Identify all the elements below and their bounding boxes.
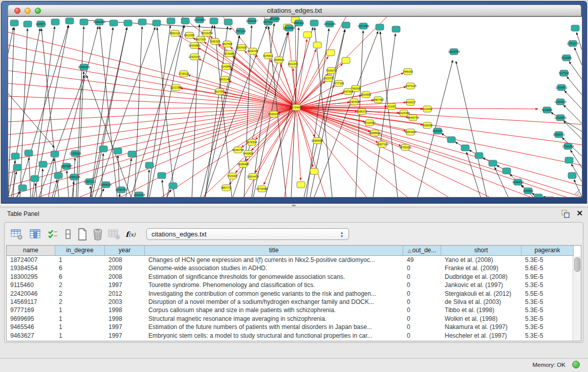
graph-node[interactable]: 17957223 <box>83 179 95 185</box>
vertical-scrollbar[interactable] <box>573 256 581 341</box>
table-cell[interactable]: 5.3E-5 <box>521 281 574 289</box>
zoom-button[interactable] <box>35 8 41 14</box>
table-cell[interactable]: Hescheler et al. (1997) <box>441 332 521 340</box>
graph-node[interactable] <box>392 26 400 32</box>
graph-node[interactable]: 10807487 <box>372 97 384 103</box>
graph-node[interactable]: 19654923 <box>404 129 416 135</box>
graph-node[interactable]: 19756928 <box>399 144 411 150</box>
table-row[interactable]: 1938455462009Genome-wide association stu… <box>7 264 581 272</box>
graph-node[interactable]: 62160 <box>387 103 396 110</box>
table-cell[interactable]: 0 <box>403 315 441 323</box>
graph-node[interactable]: 19384554 <box>311 138 323 144</box>
table-cell[interactable]: 5.3E-5 <box>521 298 574 306</box>
table-cell[interactable]: 1 <box>55 256 105 264</box>
table-cell[interactable]: Tourette syndrome. Phenomenology and cla… <box>145 281 403 289</box>
table-cell[interactable]: 1997 <box>105 323 145 331</box>
table-row[interactable]: 977716911998Corpus callosum shape and si… <box>7 306 581 314</box>
table-cell[interactable]: 0 <box>403 323 441 331</box>
table-cell[interactable]: Tibbo et al. (1998) <box>441 306 521 314</box>
table-cell[interactable]: Dudbridge et al. (2008) <box>441 273 521 281</box>
cell-outline-icon[interactable] <box>61 227 75 242</box>
graph-node[interactable]: 7485063 <box>403 69 413 75</box>
graph-node[interactable]: 16782759 <box>115 187 127 193</box>
graph-node[interactable]: 23364436 <box>348 99 360 105</box>
graph-node[interactable] <box>210 18 218 24</box>
graph-node[interactable]: 9493822 <box>243 150 253 157</box>
graph-node[interactable]: 2367608 <box>236 45 247 51</box>
graph-node[interactable]: 2405571 <box>36 21 46 27</box>
graph-node[interactable]: 10958107 <box>100 182 112 188</box>
graph-node[interactable] <box>503 168 511 174</box>
graph-node[interactable]: 12505135 <box>68 174 80 180</box>
table-cell[interactable]: 5.3E-5 <box>521 256 574 264</box>
table-cell[interactable]: 2003 <box>105 298 145 306</box>
graph-node[interactable] <box>25 150 33 156</box>
graph-node[interactable]: 9245652 <box>523 188 533 194</box>
table-cell[interactable]: 9465546 <box>7 323 55 331</box>
table-cell[interactable]: Estimation of the future numbers of pati… <box>145 323 403 331</box>
table-cell[interactable]: 2009 <box>105 264 145 272</box>
graph-node[interactable] <box>461 145 469 151</box>
graph-node[interactable]: 19495794 <box>407 115 419 121</box>
network-canvas[interactable]: 8960123891295518226058982750316543882818… <box>8 16 582 198</box>
graph-node[interactable] <box>51 151 59 157</box>
table-cell[interactable]: 0 <box>403 298 441 306</box>
graph-node[interactable]: 9242844 <box>221 63 231 70</box>
table-cell[interactable]: Nakamura et al. (1997) <box>441 323 521 331</box>
graph-node[interactable]: 9146821 <box>263 53 273 59</box>
float-window-icon[interactable] <box>561 210 570 218</box>
table-cell[interactable]: 19384554 <box>7 264 55 272</box>
table-cell[interactable]: Structural magnetic resonance image aver… <box>145 315 403 323</box>
table-cell[interactable]: Disruption of a novel member of a sodium… <box>145 298 403 306</box>
table-cell[interactable]: 9115460 <box>7 281 55 289</box>
trash-icon[interactable] <box>91 227 105 242</box>
graph-node[interactable] <box>310 20 318 26</box>
graph-node[interactable]: 12444154 <box>554 99 566 105</box>
table-cell[interactable]: 9463627 <box>7 332 55 340</box>
graph-node[interactable]: 16033809 <box>193 17 205 23</box>
column-header-title[interactable]: title <box>145 246 403 256</box>
scrollbar-thumb[interactable] <box>574 257 580 272</box>
graph-node[interactable]: 11923448 <box>134 192 145 197</box>
table-cell[interactable]: 0 <box>403 281 441 289</box>
table-cell[interactable]: 18300295 <box>7 273 55 281</box>
graph-node[interactable]: 5678334 <box>247 139 257 145</box>
table-cell[interactable]: 1998 <box>105 306 145 314</box>
graph-node[interactable]: 9827503 <box>195 36 206 42</box>
graph-node[interactable]: 9227343 <box>559 70 569 76</box>
table-row[interactable]: 946554611997Estimation of the future num… <box>7 323 581 331</box>
close-panel-icon[interactable]: ✕ <box>576 209 583 218</box>
graph-node[interactable]: 10025458 <box>398 110 409 116</box>
graph-node[interactable] <box>51 19 59 25</box>
table-cell[interactable]: 1 <box>55 315 105 323</box>
table-cell[interactable]: Genome-wide association studies in ADHD. <box>145 264 403 272</box>
table-cell[interactable]: 1 <box>55 306 105 314</box>
graph-node[interactable] <box>571 25 579 31</box>
graph-node[interactable]: 8427552 <box>214 89 225 95</box>
graph-node[interactable]: 1568520 <box>274 57 284 63</box>
table-cell[interactable]: 1 <box>55 332 105 340</box>
table-cell[interactable]: de Silva et al. (2003) <box>441 298 521 306</box>
graph-node[interactable]: 17359924 <box>69 150 81 157</box>
window-titlebar[interactable]: citations_edges.txt <box>8 5 581 16</box>
graph-node[interactable] <box>138 19 146 25</box>
column-header-name[interactable]: name <box>7 246 55 256</box>
table-cell[interactable]: Stergiakouli et al. (2012) <box>441 290 521 298</box>
graph-node[interactable]: 16648784 <box>448 49 460 55</box>
table-cell[interactable]: 9777169 <box>7 306 55 314</box>
graph-node[interactable]: 8960123 <box>170 30 180 36</box>
graph-node[interactable]: 10046798 <box>232 147 244 153</box>
table-cell[interactable]: Changes of HCN gene expression and I(f) … <box>145 256 403 264</box>
graph-node[interactable]: 8454743 <box>248 48 258 54</box>
column-header-year[interactable]: year <box>105 246 145 256</box>
graph-node[interactable]: 20653346 <box>78 64 90 70</box>
graph-node[interactable] <box>39 161 47 167</box>
graph-node[interactable]: 1921072 <box>323 75 334 81</box>
graph-node[interactable]: 9827508 <box>222 41 232 47</box>
table-cell[interactable]: Jankovic et al. (1997) <box>441 281 521 289</box>
table-cell[interactable]: 5.3E-5 <box>521 323 574 331</box>
graph-node[interactable]: 7857224 <box>235 28 246 34</box>
graph-node[interactable]: 10975887 <box>60 163 72 169</box>
table-cell[interactable]: Franke et al. (2009) <box>441 264 521 272</box>
table-cell[interactable]: 2012 <box>105 290 145 298</box>
